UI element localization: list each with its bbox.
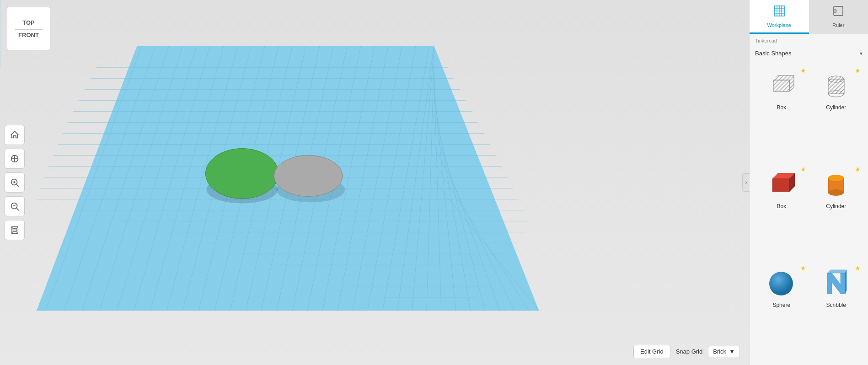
bottom-bar: Edit Grid Snap Grid Brick ▼ xyxy=(633,345,740,358)
collapse-handle[interactable]: › xyxy=(742,173,750,192)
shape-visual-cylinder-hole xyxy=(818,70,854,102)
star-icon-box-solid[interactable]: ★ xyxy=(800,166,806,173)
svg-marker-92 xyxy=(773,80,789,91)
shape-visual-scribble xyxy=(818,267,854,299)
shape-visual-box-hole xyxy=(763,70,800,102)
svg-point-107 xyxy=(828,189,844,196)
shape-item-sphere[interactable]: ★ Sphere xyxy=(754,262,809,360)
star-icon-sphere[interactable]: ★ xyxy=(800,264,806,272)
shape-label-cylinder-solid: Cylinder xyxy=(826,203,846,209)
perspective-button[interactable] xyxy=(5,220,25,240)
shapes-grid: ★ Box xyxy=(750,59,868,365)
ruler-icon xyxy=(832,5,845,20)
shape-category-arrow[interactable]: ▾ xyxy=(860,50,863,57)
svg-point-59 xyxy=(205,149,279,199)
shape-category-row: Basic Shapes ▾ xyxy=(750,47,868,59)
left-toolbar xyxy=(5,125,25,240)
green-disk-object xyxy=(205,149,279,204)
snap-grid-dropdown[interactable]: Brick ▼ xyxy=(708,346,740,357)
tab-workplane-label: Workplane xyxy=(767,22,791,28)
top-tabs: Workplane Ruler xyxy=(750,0,868,34)
svg-point-110 xyxy=(769,272,793,295)
shape-category-provider: Tinkercad xyxy=(750,34,868,47)
shape-visual-sphere xyxy=(763,267,800,299)
svg-line-68 xyxy=(16,184,19,187)
shape-category-name: Basic Shapes xyxy=(755,50,792,57)
view-cube-top-label: TOP xyxy=(22,19,35,26)
zoom-in-button[interactable] xyxy=(5,172,25,193)
shape-item-scribble[interactable]: ★ Scribble xyxy=(809,262,864,360)
shape-label-sphere: Sphere xyxy=(772,302,790,308)
workplane-icon xyxy=(773,5,786,20)
home-button[interactable] xyxy=(5,125,25,145)
tab-ruler-label: Ruler xyxy=(832,22,844,28)
shape-label-scribble: Scribble xyxy=(826,302,846,308)
shape-item-cylinder-hole[interactable]: ★ Cylinder xyxy=(809,64,864,163)
viewport: TOP FRONT xyxy=(0,0,749,365)
star-icon-box-hole[interactable]: ★ xyxy=(800,67,806,74)
star-icon-scribble[interactable]: ★ xyxy=(855,264,861,272)
svg-rect-79 xyxy=(13,228,16,231)
snap-grid-arrow: ▼ xyxy=(729,348,735,355)
tab-workplane[interactable]: Workplane xyxy=(750,0,809,34)
zoom-out-button[interactable] xyxy=(5,196,25,216)
svg-marker-99 xyxy=(772,179,789,192)
snap-grid-value: Brick xyxy=(713,348,726,355)
snap-grid-label: Snap Grid xyxy=(676,348,703,355)
edit-grid-button[interactable]: Edit Grid xyxy=(633,345,670,358)
grid-canvas xyxy=(0,0,749,365)
right-panel: › Workplane xyxy=(749,0,868,365)
fit-all-button[interactable] xyxy=(5,149,25,169)
svg-point-97 xyxy=(828,76,844,82)
star-icon-cylinder-solid[interactable]: ★ xyxy=(855,166,861,173)
shape-label-box-hole: Box xyxy=(777,104,786,111)
svg-point-62 xyxy=(274,156,343,197)
shape-label-cylinder-hole: Cylinder xyxy=(826,104,846,111)
svg-line-72 xyxy=(16,208,19,210)
svg-point-106 xyxy=(828,175,844,181)
shape-item-box-solid[interactable]: ★ Box xyxy=(754,163,809,262)
gray-disk-object xyxy=(274,156,345,203)
shape-item-box-hole[interactable]: ★ Box xyxy=(754,64,809,163)
shape-label-box-solid: Box xyxy=(777,203,786,209)
tab-ruler[interactable]: Ruler xyxy=(809,0,868,34)
shape-visual-box-solid xyxy=(763,168,800,200)
view-cube[interactable]: TOP FRONT xyxy=(7,7,50,50)
star-icon-cylinder-hole[interactable]: ★ xyxy=(855,67,861,74)
shape-visual-cylinder-solid xyxy=(818,168,854,200)
shape-item-cylinder-solid[interactable]: ★ Cylinder xyxy=(809,163,864,262)
view-cube-front-label: FRONT xyxy=(18,32,39,38)
